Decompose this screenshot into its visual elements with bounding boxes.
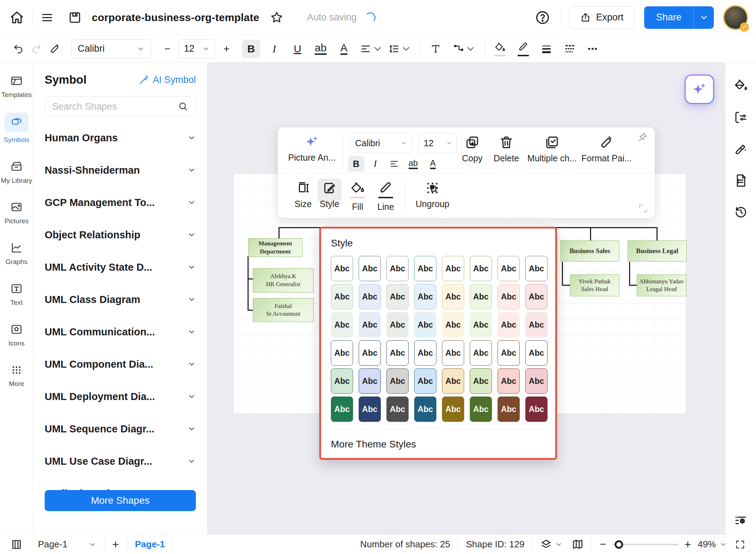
symbol-category-1[interactable]: Nassi-Shneiderman bbox=[33, 154, 207, 186]
increase-font-button[interactable]: + bbox=[217, 40, 236, 58]
menu-icon[interactable] bbox=[40, 11, 54, 24]
org-node-alekhya[interactable]: Alekhya.K HR Generalist bbox=[253, 268, 314, 292]
share-button[interactable]: Share bbox=[644, 6, 693, 29]
style-swatch-r3-c1[interactable]: Abc bbox=[359, 340, 381, 366]
style-swatch-r2-c7[interactable]: Abc bbox=[525, 312, 547, 337]
resize-corner-icon[interactable] bbox=[638, 203, 648, 214]
style-swatch-r0-c3[interactable]: Abc bbox=[414, 256, 436, 281]
style-swatch-r1-c4[interactable]: Abc bbox=[442, 284, 464, 309]
symbol-category-0[interactable]: Human Organs bbox=[33, 122, 207, 154]
style-swatch-r5-c3[interactable]: Abc bbox=[414, 397, 436, 422]
style-swatch-r2-c1[interactable]: Abc bbox=[359, 312, 381, 337]
sidebar-item-more[interactable]: More bbox=[9, 363, 24, 388]
ctx-font-size-select[interactable]: 12 bbox=[418, 133, 457, 153]
org-node-business-sales[interactable]: Business Sales bbox=[560, 240, 619, 262]
symbol-category-2[interactable]: GCP Management To... bbox=[33, 186, 207, 219]
page-settings-icon[interactable] bbox=[734, 110, 748, 124]
symbol-category-3[interactable]: Object Relationship bbox=[33, 219, 207, 251]
symbol-category-5[interactable]: UML Class Diagram bbox=[33, 283, 207, 316]
zoom-percent[interactable]: 49% bbox=[698, 539, 716, 550]
style-swatch-r0-c1[interactable]: Abc bbox=[359, 256, 381, 281]
ai-assistant-button[interactable] bbox=[685, 75, 714, 104]
user-avatar[interactable]: ✓ bbox=[724, 6, 747, 29]
map-icon[interactable] bbox=[572, 539, 584, 550]
style-swatch-r2-c0[interactable]: Abc bbox=[331, 312, 353, 337]
multiple-choice-button[interactable]: Multiple ch... bbox=[524, 135, 580, 163]
ctx-italic-button[interactable]: I bbox=[367, 156, 383, 172]
ctx-font-family-select[interactable]: Calibri bbox=[350, 133, 412, 153]
line-style-button[interactable] bbox=[560, 40, 579, 58]
style-swatch-r3-c5[interactable]: Abc bbox=[470, 340, 492, 366]
export-button[interactable]: Export bbox=[569, 6, 634, 29]
size-button[interactable]: Size bbox=[288, 181, 318, 209]
more-theme-styles-link[interactable]: More Theme Styles bbox=[331, 439, 416, 450]
style-swatch-r5-c2[interactable]: Abc bbox=[386, 397, 409, 422]
notes-doc-icon[interactable] bbox=[734, 174, 748, 188]
ai-symbol-link[interactable]: AI Symbol bbox=[139, 75, 196, 85]
connector-line[interactable] bbox=[562, 285, 570, 286]
symbol-category-4[interactable]: UML Activity State D... bbox=[33, 251, 207, 283]
symbol-category-11[interactable]: Audit Flow Diagram bbox=[33, 477, 207, 490]
sidebar-item-templates[interactable]: Templates bbox=[1, 75, 32, 99]
chevron-down-icon[interactable] bbox=[719, 541, 727, 548]
style-swatch-r2-c6[interactable]: Abc bbox=[498, 312, 520, 337]
display-options-icon[interactable] bbox=[734, 514, 748, 528]
add-page-button[interactable]: + bbox=[112, 537, 119, 551]
style-swatch-r1-c3[interactable]: Abc bbox=[414, 284, 436, 309]
italic-button[interactable]: I bbox=[265, 40, 283, 58]
style-swatch-r1-c2[interactable]: Abc bbox=[386, 284, 409, 309]
connector-line[interactable] bbox=[248, 256, 249, 311]
style-swatch-r3-c4[interactable]: Abc bbox=[442, 340, 464, 366]
style-swatch-r1-c6[interactable]: Abc bbox=[498, 284, 520, 309]
page-tab[interactable]: Page-1 bbox=[135, 539, 165, 550]
style-swatch-r3-c2[interactable]: Abc bbox=[386, 340, 409, 366]
style-swatch-r4-c0[interactable]: Abc bbox=[331, 368, 353, 394]
ctx-font-color-button[interactable]: A bbox=[425, 156, 441, 172]
redo-button[interactable] bbox=[27, 40, 46, 58]
symbol-category-8[interactable]: UML Deployment Dia... bbox=[33, 380, 207, 413]
fullscreen-icon[interactable] bbox=[735, 539, 745, 550]
style-swatch-r3-c0[interactable]: Abc bbox=[331, 340, 353, 366]
style-swatch-r5-c0[interactable]: Abc bbox=[331, 397, 353, 422]
style-swatch-r5-c1[interactable]: Abc bbox=[359, 397, 381, 422]
underline-button[interactable]: U bbox=[288, 40, 307, 58]
style-swatch-r5-c6[interactable]: Abc bbox=[498, 397, 520, 422]
layers-icon[interactable] bbox=[540, 539, 552, 550]
history-icon[interactable] bbox=[734, 205, 748, 219]
symbol-category-6[interactable]: UML Communication... bbox=[33, 316, 207, 348]
style-swatch-r5-c7[interactable]: Abc bbox=[525, 397, 547, 422]
shape-search-input[interactable] bbox=[52, 101, 178, 112]
org-node-vivek[interactable]: Vivek Pathak Sales Head bbox=[570, 275, 619, 296]
theme-brush-icon[interactable] bbox=[734, 142, 748, 156]
style-swatch-r1-c1[interactable]: Abc bbox=[359, 284, 381, 309]
connector-line[interactable] bbox=[562, 262, 563, 286]
connector-line[interactable] bbox=[629, 262, 630, 286]
org-node-abhimanyu[interactable]: Abhimanyu Yadav Leagal Head bbox=[637, 275, 686, 296]
style-swatch-r2-c3[interactable]: Abc bbox=[414, 312, 436, 337]
zoom-slider-knob[interactable] bbox=[615, 540, 623, 549]
ungroup-button[interactable]: Ungroup bbox=[413, 181, 452, 209]
style-swatch-r3-c7[interactable]: Abc bbox=[525, 340, 547, 366]
format-painter-icon[interactable] bbox=[46, 40, 64, 58]
style-swatch-r3-c6[interactable]: Abc bbox=[498, 340, 520, 366]
style-swatch-r0-c5[interactable]: Abc bbox=[470, 256, 492, 281]
style-swatch-r0-c2[interactable]: Abc bbox=[386, 256, 409, 281]
connector-button[interactable] bbox=[450, 40, 479, 58]
style-swatch-r3-c3[interactable]: Abc bbox=[414, 340, 436, 366]
delete-button[interactable]: Delete bbox=[489, 135, 524, 163]
connector-line[interactable] bbox=[629, 285, 637, 286]
style-swatch-r4-c3[interactable]: Abc bbox=[414, 368, 436, 394]
style-swatch-r2-c5[interactable]: Abc bbox=[470, 312, 492, 337]
style-swatch-r4-c2[interactable]: Abc bbox=[386, 368, 409, 394]
symbol-category-9[interactable]: UML Sequence Diagr... bbox=[33, 413, 207, 445]
line-button[interactable]: Line bbox=[373, 181, 398, 212]
fill-color-button[interactable] bbox=[491, 40, 509, 58]
chevron-down-icon[interactable] bbox=[89, 541, 96, 548]
decrease-font-button[interactable]: − bbox=[158, 40, 177, 58]
org-node-management[interactable]: Management Department bbox=[248, 238, 302, 257]
style-swatch-r2-c2[interactable]: Abc bbox=[386, 312, 409, 337]
more-shapes-button[interactable]: More Shapes bbox=[45, 490, 196, 511]
font-size-select[interactable]: 12 bbox=[179, 39, 215, 58]
more-tools-button[interactable]: ••• bbox=[584, 40, 602, 58]
text-tool-button[interactable] bbox=[427, 40, 445, 58]
